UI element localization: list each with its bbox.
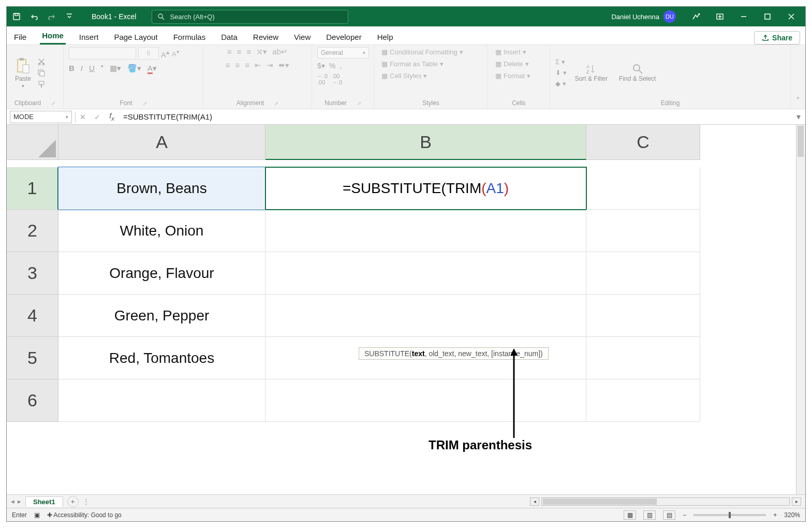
fill-icon[interactable]: ⬇ ▾: [555, 69, 567, 77]
find-select-button[interactable]: Find & Select: [616, 63, 659, 82]
fill-color-button[interactable]: 🪣▾: [127, 64, 141, 73]
collapse-ribbon-icon[interactable]: ˄: [791, 45, 805, 109]
select-all-corner[interactable]: [7, 125, 58, 160]
clear-icon[interactable]: ◆ ▾: [555, 80, 567, 87]
row-header-3[interactable]: 3: [7, 252, 58, 295]
underline-button[interactable]: U: [89, 64, 95, 73]
comma-format-icon[interactable]: ,: [339, 62, 342, 70]
dialog-launcher-icon[interactable]: ⤢: [51, 100, 55, 106]
new-sheet-button[interactable]: ＋: [67, 496, 79, 507]
horizontal-scrollbar[interactable]: ⋮ ◂ ▸: [79, 497, 805, 506]
cell-b2[interactable]: [265, 210, 586, 252]
cell-a6[interactable]: [58, 379, 265, 422]
paste-button[interactable]: Paste▾: [12, 57, 34, 89]
tab-insert[interactable]: Insert: [77, 30, 101, 45]
vertical-scrollbar[interactable]: [796, 125, 805, 494]
zoom-out-icon[interactable]: −: [683, 511, 686, 519]
col-header-c[interactable]: C: [586, 125, 700, 160]
cell-b3[interactable]: [265, 252, 586, 295]
sheet-nav-next-icon[interactable]: ▸: [18, 497, 21, 505]
decrease-decimal-icon[interactable]: .00→.0: [332, 73, 342, 85]
align-right-icon[interactable]: ≡: [245, 61, 249, 70]
cell-a4[interactable]: Green, Pepper: [58, 295, 265, 337]
increase-font-icon[interactable]: A▴: [161, 48, 170, 59]
minimize-icon[interactable]: [733, 9, 755, 24]
row-header-1[interactable]: 1: [7, 167, 58, 210]
number-format-select[interactable]: General▾: [317, 47, 369, 58]
cell-c1[interactable]: [586, 167, 700, 210]
delete-cells-button[interactable]: ▦ Delete ▾: [493, 59, 531, 69]
row-header-6[interactable]: 6: [7, 379, 58, 422]
redo-icon[interactable]: [45, 10, 58, 23]
accounting-format-icon[interactable]: $▾: [317, 62, 325, 70]
name-box[interactable]: MODE▾: [10, 111, 72, 123]
tab-review[interactable]: Review: [251, 30, 280, 45]
bold-button[interactable]: B: [69, 64, 75, 73]
italic-button[interactable]: I: [81, 64, 83, 73]
align-left-icon[interactable]: ≡: [226, 61, 230, 70]
sheet-nav-prev-icon[interactable]: ◂: [11, 497, 14, 505]
cell-a1[interactable]: Brown, Beans: [58, 167, 265, 210]
cell-c3[interactable]: [586, 252, 700, 295]
row-header-5[interactable]: 5: [7, 337, 58, 379]
cancel-formula-icon[interactable]: ✕: [76, 111, 90, 123]
format-as-table-button[interactable]: ▦ Format as Table ▾: [379, 59, 446, 69]
copy-icon[interactable]: [37, 69, 46, 77]
tab-file[interactable]: File: [12, 30, 28, 45]
cell-a5[interactable]: Red, Tomantoes: [58, 337, 265, 379]
sort-filter-button[interactable]: AZ Sort & Filter: [572, 63, 611, 82]
formula-input[interactable]: [119, 111, 792, 123]
col-header-b[interactable]: B: [265, 125, 586, 160]
cell-styles-button[interactable]: ▦ Cell Styles ▾: [379, 71, 429, 81]
search-input[interactable]: Search (Alt+Q): [152, 10, 348, 24]
col-header-a[interactable]: A: [58, 125, 265, 160]
increase-indent-icon[interactable]: ⇥: [267, 61, 273, 70]
save-icon[interactable]: [10, 10, 23, 23]
enter-formula-icon[interactable]: ✓: [90, 111, 105, 123]
coming-soon-icon[interactable]: [685, 9, 707, 24]
font-size-select[interactable]: 6: [138, 47, 159, 60]
page-break-view-icon[interactable]: ▤: [663, 510, 675, 520]
maximize-icon[interactable]: [757, 9, 778, 24]
undo-icon[interactable]: [27, 10, 41, 23]
normal-view-icon[interactable]: ▦: [624, 510, 636, 520]
spreadsheet-grid[interactable]: A B C 1 Brown, Beans =SUBSTITUTE(TRIM(A1…: [7, 125, 805, 494]
align-middle-icon[interactable]: ≡: [237, 47, 242, 56]
row-header-2[interactable]: 2: [7, 210, 58, 252]
increase-decimal-icon[interactable]: ←.0.00: [317, 73, 328, 85]
merge-center-icon[interactable]: ⬌▾: [278, 61, 289, 70]
account-button[interactable]: Daniel Uchenna DU: [611, 10, 676, 23]
fx-icon[interactable]: fx: [105, 111, 119, 123]
decrease-indent-icon[interactable]: ⇤: [255, 61, 261, 70]
expand-formula-bar-icon[interactable]: ▾: [792, 112, 805, 122]
cell-a2[interactable]: White, Onion: [58, 210, 265, 252]
autosum-icon[interactable]: Σ ▾: [555, 58, 567, 66]
zoom-in-icon[interactable]: +: [773, 511, 777, 519]
share-button[interactable]: Share: [754, 31, 800, 45]
cell-c6[interactable]: [586, 379, 700, 422]
cell-b6[interactable]: [265, 379, 586, 422]
zoom-level[interactable]: 320%: [784, 511, 800, 519]
align-top-icon[interactable]: ≡: [227, 47, 232, 56]
percent-format-icon[interactable]: %: [329, 62, 335, 70]
font-family-select[interactable]: [69, 47, 136, 60]
wrap-text-icon[interactable]: ab↵: [272, 47, 288, 56]
close-icon[interactable]: [780, 9, 802, 24]
cell-b4[interactable]: [265, 295, 586, 337]
format-cells-button[interactable]: ▦ Format ▾: [493, 71, 533, 81]
dialog-launcher-icon[interactable]: ⤢: [357, 100, 361, 106]
accessibility-status[interactable]: ✚ Accessibility: Good to go: [47, 511, 122, 519]
borders-button[interactable]: ▦▾: [110, 64, 121, 73]
insert-cells-button[interactable]: ▦ Insert ▾: [493, 47, 528, 57]
tab-view[interactable]: View: [292, 30, 313, 45]
page-layout-view-icon[interactable]: ▥: [643, 510, 656, 520]
format-painter-icon[interactable]: [37, 80, 46, 89]
align-bottom-icon[interactable]: ≡: [247, 47, 252, 56]
tab-formulas[interactable]: Formulas: [171, 30, 208, 45]
decrease-font-icon[interactable]: A▾: [172, 49, 180, 58]
conditional-formatting-button[interactable]: ▦ Conditional Formatting ▾: [379, 47, 465, 57]
font-color-button[interactable]: A▾: [147, 64, 157, 73]
macro-record-icon[interactable]: ▣: [34, 511, 40, 519]
zoom-slider[interactable]: [693, 514, 766, 516]
cell-a3[interactable]: Orange, Flavour: [58, 252, 265, 295]
